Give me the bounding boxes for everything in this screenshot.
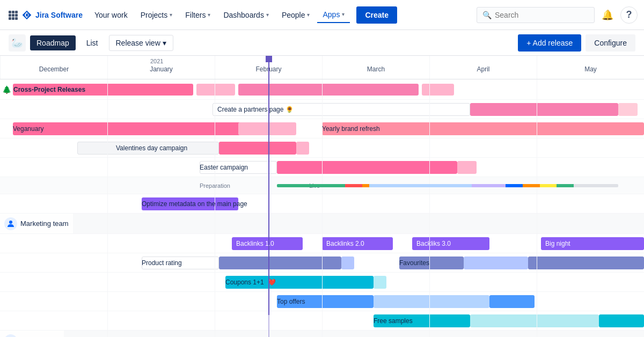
valentines-label: Valentines day campaign bbox=[116, 144, 187, 152]
partners-bar[interactable]: Create a partners page 🌻 bbox=[213, 103, 470, 116]
progress-orange bbox=[362, 184, 369, 187]
partners-bar-light[interactable] bbox=[618, 103, 638, 116]
design-team-icon bbox=[4, 334, 17, 338]
free-samples-bar-end[interactable] bbox=[599, 314, 644, 327]
backlinks3-bar[interactable]: Backliks 3.0 bbox=[412, 237, 489, 250]
free-samples-text-label: Free samples bbox=[374, 317, 413, 325]
today-line-gantt bbox=[268, 79, 269, 337]
col-divider-2 bbox=[215, 79, 215, 337]
chevron-down-icon: ▾ bbox=[208, 12, 210, 18]
product-rating-text-label: Product rating bbox=[142, 259, 182, 267]
roadmap-tab[interactable]: Roadmap bbox=[30, 35, 76, 50]
notifications-bell[interactable]: 🔔 bbox=[599, 6, 616, 24]
progress-red bbox=[345, 184, 362, 187]
yearly-brand-label: Yearly brand refresh bbox=[322, 125, 380, 133]
veganuary-bar-ext[interactable] bbox=[238, 122, 296, 135]
nav-dashboards[interactable]: Dashboards ▾ bbox=[218, 8, 274, 23]
col-divider-4 bbox=[429, 79, 430, 337]
tree-icon: 🌲 bbox=[2, 85, 11, 94]
valentines-bar-ext[interactable] bbox=[296, 142, 309, 155]
chevron-down-icon: ▾ bbox=[266, 12, 269, 18]
create-button[interactable]: Create bbox=[356, 6, 397, 24]
svg-rect-0 bbox=[9, 11, 11, 13]
product-rating-bar[interactable] bbox=[219, 257, 341, 269]
list-tab[interactable]: List bbox=[80, 35, 105, 50]
month-january: January bbox=[107, 56, 215, 79]
top-nav: Jira Software Your work Projects ▾ Filte… bbox=[0, 0, 644, 30]
partners-label: Create a partners page bbox=[217, 106, 283, 113]
search-box[interactable]: 🔍 bbox=[477, 7, 595, 23]
progress-gray bbox=[574, 184, 618, 187]
sunflower-emoji: 🌻 bbox=[286, 106, 294, 113]
easter-bar[interactable] bbox=[277, 161, 457, 174]
preparation-label: Preparation bbox=[200, 182, 230, 189]
progress-blue2 bbox=[506, 184, 523, 187]
release-view-button[interactable]: Release view ▾ bbox=[109, 35, 173, 51]
favourites-text-label: Favourites bbox=[399, 259, 429, 267]
gantt-area: 🌲 Cross-Project Releases Create a partne… bbox=[0, 79, 644, 337]
svg-rect-4 bbox=[12, 14, 14, 17]
progress-yellow bbox=[540, 184, 557, 187]
backlinks1-bar[interactable]: Backlinks 1.0 bbox=[232, 237, 303, 250]
apps-grid-icon[interactable] bbox=[6, 9, 19, 21]
coupons-bar-light[interactable] bbox=[374, 276, 386, 289]
configure-button[interactable]: Configure bbox=[586, 34, 635, 52]
bignight-bar[interactable]: Big night bbox=[541, 237, 644, 250]
col-divider-1 bbox=[107, 79, 108, 337]
project-logo: 🦢 bbox=[9, 34, 26, 52]
progress-green bbox=[277, 184, 345, 187]
nav-filters[interactable]: Filters ▾ bbox=[180, 8, 216, 23]
favourites-bar-ext2[interactable] bbox=[528, 257, 644, 269]
easter-bar-light[interactable] bbox=[457, 161, 477, 174]
marketing-team-icon bbox=[4, 217, 17, 230]
col-divider-3 bbox=[322, 79, 323, 337]
logo-text: Jira Software bbox=[35, 11, 83, 19]
progress-teal bbox=[557, 184, 574, 187]
help-button[interactable]: ? bbox=[620, 6, 638, 24]
veganuary-bar[interactable] bbox=[13, 122, 245, 135]
top-offers-bar-mid[interactable] bbox=[374, 295, 489, 308]
month-april: April bbox=[429, 56, 537, 79]
month-march: March bbox=[322, 56, 429, 79]
search-area: 🔍 🔔 ? bbox=[477, 6, 638, 24]
app-logo[interactable]: Jira Software bbox=[21, 10, 83, 20]
design-team-label: Design team bbox=[0, 331, 64, 337]
sub-nav: 🦢 Roadmap List Release view ▾ + Add rele… bbox=[0, 30, 644, 56]
svg-rect-7 bbox=[12, 17, 14, 20]
progress-bars bbox=[277, 184, 618, 187]
free-samples-bar-ext[interactable] bbox=[470, 314, 599, 327]
add-release-button[interactable]: + Add release bbox=[518, 34, 581, 52]
partners-bar-ext[interactable] bbox=[470, 103, 618, 116]
svg-rect-1 bbox=[12, 11, 14, 13]
nav-apps[interactable]: Apps ▾ bbox=[317, 7, 350, 23]
timeline-header: 2021 December January February March Apr… bbox=[0, 56, 644, 79]
nav-projects[interactable]: Projects ▾ bbox=[135, 8, 178, 23]
cross-project-text: Cross-Project Releases bbox=[13, 86, 85, 93]
month-may: May bbox=[537, 56, 644, 79]
cross-project-bar-3[interactable] bbox=[238, 84, 419, 96]
timeline-container: 2021 December January February March Apr… bbox=[0, 56, 644, 337]
valentines-bar[interactable] bbox=[219, 142, 296, 155]
nav-your-work[interactable]: Your work bbox=[89, 8, 133, 23]
month-december: December bbox=[0, 56, 107, 79]
search-input[interactable] bbox=[495, 11, 589, 19]
favourites-bar-ext[interactable] bbox=[464, 257, 528, 269]
optimize-label: Optimize metadata on the main page bbox=[142, 200, 247, 208]
chevron-down-icon: ▾ bbox=[307, 12, 310, 18]
cross-project-bar-4[interactable] bbox=[422, 84, 454, 96]
backlinks2-bar[interactable]: Backlinks 2.0 bbox=[322, 237, 393, 250]
product-rating-bar-ext[interactable] bbox=[341, 257, 354, 269]
nav-people[interactable]: People ▾ bbox=[276, 8, 316, 23]
chevron-down-icon: ▾ bbox=[170, 12, 172, 18]
svg-point-9 bbox=[9, 221, 12, 224]
top-offers-bar-end[interactable] bbox=[489, 295, 535, 308]
chevron-down-icon: ▾ bbox=[163, 39, 166, 47]
svg-rect-3 bbox=[9, 14, 11, 17]
search-icon: 🔍 bbox=[482, 11, 492, 19]
progress-purple bbox=[472, 184, 506, 187]
cross-project-bar-2[interactable] bbox=[196, 84, 235, 96]
svg-rect-6 bbox=[9, 17, 11, 20]
marketing-team-label: Marketing team bbox=[0, 214, 73, 233]
sub-nav-right: + Add release Configure bbox=[518, 34, 635, 52]
cross-project-label: 🌲 Cross-Project Releases bbox=[2, 85, 85, 94]
